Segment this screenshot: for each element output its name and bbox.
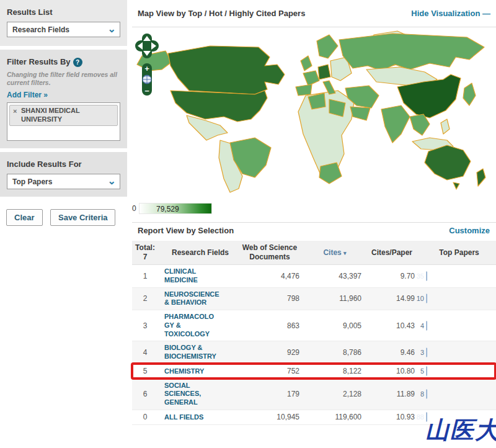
top-papers-bar: 35 (426, 271, 427, 281)
filter-listbox[interactable]: × SHANXI MEDICAL UNIVERSITY (7, 102, 120, 141)
docs-value: 929 (240, 346, 308, 359)
table-row: 1 CLINICAL MEDICINE 4,476 43,397 9.70 35 (132, 265, 496, 288)
rank: 1 (132, 269, 158, 283)
rank: 0 (132, 410, 158, 424)
sidebar-buttons: Clear Save Criteria (0, 200, 127, 235)
table-row-highlighted: 5 CHEMISTRY 752 8,122 10.80 5 (132, 364, 496, 379)
col-wos-documents[interactable]: Web of Science Documents (240, 241, 308, 264)
field-link[interactable]: BIOLOGY & BIOCHEMISTRY (164, 344, 224, 361)
cpp-value: 10.43 (369, 319, 423, 333)
chevron-down-icon: ⌄ (108, 176, 116, 187)
chevron-down-icon: ⌄ (108, 24, 116, 35)
page: Results List Research Fields ⌄ Filter Re… (0, 0, 496, 448)
filter-chip[interactable]: × SHANXI MEDICAL UNIVERSITY (9, 105, 118, 125)
cites-value: 9,005 (308, 319, 369, 333)
filter-chip-label: SHANXI MEDICAL UNIVERSITY (21, 107, 80, 122)
rank: 4 (132, 346, 158, 359)
col-cites-sorted[interactable]: Cites ▾ (308, 246, 369, 260)
cpp-value: 9.70 (369, 269, 423, 283)
report-title: Report View by Selection (138, 226, 234, 235)
docs-value: 179 (240, 387, 308, 401)
cites-value: 11,960 (308, 292, 369, 305)
cites-value: 43,397 (308, 269, 369, 283)
main-panel: Map View by Top / Hot / Highly Cited Pap… (132, 0, 496, 196)
remove-filter-icon[interactable]: × (13, 107, 17, 115)
include-results-selected: Top Papers (12, 177, 52, 186)
results-list-section: Results List Research Fields ⌄ (0, 0, 127, 46)
include-results-section: Include Results For Top Papers ⌄ (0, 152, 127, 197)
minus-icon: — (482, 9, 490, 18)
field-link[interactable]: ALL FIELDS (164, 413, 203, 422)
docs-value: 798 (240, 292, 308, 305)
top-papers-bar: 8 (426, 389, 427, 399)
col-top-papers[interactable]: Top Papers (423, 246, 496, 260)
table-row: 3 PHARMACOLOGY & TOXICOLOGY 863 9,005 10… (132, 310, 496, 341)
field-link[interactable]: PHARMACOLOGY & TOXICOLOGY (164, 313, 219, 338)
results-list-selected: Research Fields (12, 25, 69, 34)
top-papers-bar: 3 (426, 347, 427, 357)
docs-value: 4,476 (240, 269, 308, 283)
results-list-select[interactable]: Research Fields ⌄ (7, 22, 120, 37)
cites-value: 8,122 (308, 364, 369, 378)
field-link[interactable]: SOCIAL SCIENCES, GENERAL (164, 382, 213, 407)
zoom-in-icon: + (144, 64, 149, 73)
col-total: Total:7 (132, 241, 158, 264)
table-row: 4 BIOLOGY & BIOCHEMISTRY 929 8,786 9.46 … (132, 341, 496, 364)
results-list-label: Results List (7, 7, 120, 17)
cites-value: 119,600 (308, 410, 369, 424)
zoom-out-icon: − (144, 86, 149, 96)
map-controls[interactable]: + − (135, 32, 161, 101)
choropleth-map[interactable] (132, 29, 496, 195)
cpp-value: 10.93 (369, 410, 423, 424)
docs-value: 863 (240, 319, 308, 333)
col-research-fields[interactable]: Research Fields (158, 246, 240, 260)
map-header: Map View by Top / Hot / Highly Cited Pap… (132, 0, 496, 27)
report-header: Report View by Selection Customize (132, 226, 496, 235)
clear-button[interactable]: Clear (6, 209, 43, 226)
sidebar: Results List Research Fields ⌄ Filter Re… (0, 0, 127, 235)
table-row: 2 NEUROSCIENCE & BEHAVIOR 798 11,960 14.… (132, 288, 496, 311)
cpp-value: 9.46 (369, 346, 423, 359)
cpp-value: 10.80 (369, 364, 423, 378)
top-papers-bar: 4 (426, 321, 427, 331)
filter-title: Filter Results By? (7, 57, 120, 67)
report-table: Total:7 Research Fields Web of Science D… (132, 241, 496, 425)
legend-min: 0 (132, 204, 136, 213)
legend-gradient: 79,529 (139, 203, 212, 214)
col-cites-per-paper[interactable]: Cites/Paper (369, 246, 423, 260)
cites-value: 8,786 (308, 346, 369, 359)
field-link[interactable]: NEUROSCIENCE & BEHAVIOR (164, 290, 224, 308)
docs-value: 10,945 (240, 410, 308, 424)
rank: 6 (132, 387, 158, 401)
include-results-select[interactable]: Top Papers ⌄ (7, 174, 120, 189)
help-icon[interactable]: ? (73, 58, 82, 67)
top-papers-bar: 5 (426, 366, 427, 376)
divider (132, 222, 496, 223)
add-filter-link[interactable]: Add Filter » (7, 91, 120, 99)
table-row: 6 SOCIAL SCIENCES, GENERAL 179 2,128 11.… (132, 379, 496, 410)
field-link[interactable]: CLINICAL MEDICINE (164, 267, 224, 285)
watermark: 山医大 (425, 414, 496, 446)
map-title: Map View by Top / Hot / Highly Cited Pap… (138, 9, 305, 18)
field-link[interactable]: CHEMISTRY (164, 367, 204, 376)
rank: 2 (132, 292, 158, 305)
save-criteria-button[interactable]: Save Criteria (50, 209, 116, 226)
top-papers-bar: 10 (426, 293, 427, 303)
world-map[interactable]: + − (132, 27, 496, 196)
hide-visualization-link[interactable]: Hide Visualization — (411, 9, 490, 18)
legend-max: 79,529 (156, 205, 179, 213)
docs-value: 752 (240, 364, 308, 378)
sort-desc-icon: ▾ (343, 250, 347, 256)
map-legend: 0 79,529 (132, 202, 212, 215)
rank: 5 (132, 364, 158, 378)
customize-link[interactable]: Customize (449, 226, 490, 235)
cpp-value: 11.89 (369, 387, 423, 401)
rank: 3 (132, 319, 158, 333)
cites-value: 2,128 (308, 387, 369, 401)
cpp-value: 14.99 (369, 292, 423, 305)
table-header-row: Total:7 Research Fields Web of Science D… (132, 241, 496, 265)
include-results-label: Include Results For (7, 159, 120, 169)
filter-section: Filter Results By? Changing the filter f… (0, 50, 127, 148)
filter-note: Changing the filter field removes all cu… (7, 71, 120, 87)
